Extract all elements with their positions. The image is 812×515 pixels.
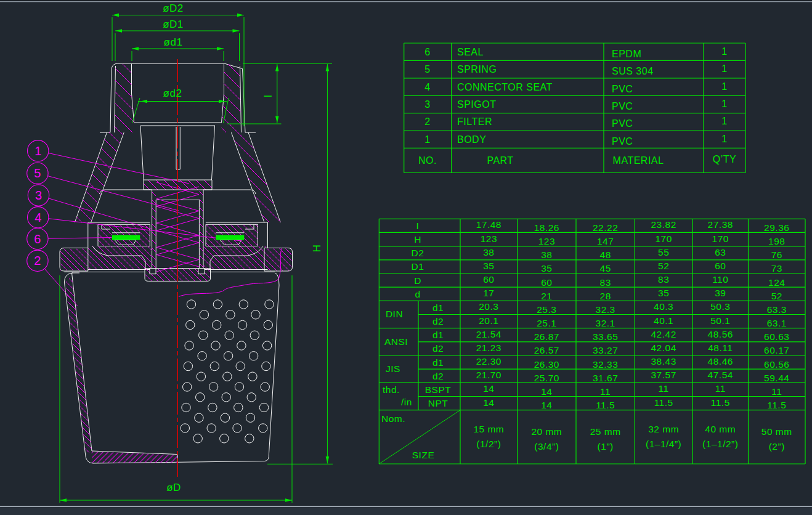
svg-text:48.46: 48.46: [708, 356, 733, 367]
svg-text:CONNECTOR SEAT: CONNECTOR SEAT: [457, 82, 553, 92]
svg-text:21.54: 21.54: [476, 329, 501, 339]
svg-text:2: 2: [34, 254, 41, 267]
svg-text:52: 52: [771, 291, 782, 301]
svg-text:3: 3: [424, 99, 430, 110]
svg-text:83: 83: [600, 277, 611, 288]
svg-text:26.87: 26.87: [534, 331, 559, 342]
svg-text:27.38: 27.38: [708, 219, 733, 230]
svg-text:33.65: 33.65: [593, 331, 618, 342]
svg-text:NPT: NPT: [428, 398, 449, 408]
svg-text:45: 45: [600, 263, 611, 274]
svg-text:SPIGOT: SPIGOT: [457, 99, 496, 110]
svg-text:1: 1: [721, 81, 727, 92]
svg-text:23.82: 23.82: [651, 219, 676, 230]
svg-text:BSPT: BSPT: [425, 384, 452, 395]
svg-text:JIS: JIS: [386, 363, 400, 374]
svg-text:ød2: ød2: [163, 87, 182, 99]
svg-text:20 mm: 20 mm: [531, 426, 562, 437]
svg-text:31.67: 31.67: [593, 373, 618, 383]
svg-text:d1: d1: [432, 330, 444, 340]
svg-text:PVC: PVC: [612, 101, 633, 112]
svg-text:(3/4”): (3/4”): [534, 441, 559, 452]
svg-text:11: 11: [659, 383, 669, 394]
svg-text:63: 63: [715, 247, 726, 258]
svg-text:øD: øD: [166, 482, 181, 493]
svg-text:11: 11: [715, 383, 726, 394]
svg-text:83: 83: [658, 274, 669, 285]
svg-text:18.26: 18.26: [534, 222, 559, 233]
svg-text:MATERIAL: MATERIAL: [613, 155, 664, 166]
svg-text:55: 55: [658, 247, 669, 258]
svg-text:DIN: DIN: [386, 309, 403, 319]
svg-text:15 mm: 15 mm: [473, 424, 504, 434]
svg-text:124: 124: [768, 277, 785, 288]
svg-text:d2: d2: [432, 371, 444, 381]
svg-text:SPRING: SPRING: [457, 64, 497, 75]
svg-text:PVC: PVC: [612, 84, 633, 94]
svg-text:14: 14: [541, 386, 552, 397]
svg-text:øD1: øD1: [163, 18, 184, 30]
svg-text:EPDM: EPDM: [612, 49, 641, 59]
svg-text:NO.: NO.: [418, 155, 437, 166]
svg-text:21.70: 21.70: [476, 370, 501, 380]
svg-text:14: 14: [483, 397, 494, 408]
svg-text:26.57: 26.57: [534, 345, 559, 355]
svg-text:1: 1: [721, 99, 727, 109]
svg-text:47.54: 47.54: [708, 370, 733, 380]
svg-text:40.1: 40.1: [654, 315, 673, 326]
svg-text:25.70: 25.70: [534, 373, 559, 383]
svg-text:4: 4: [35, 211, 41, 224]
svg-text:39: 39: [715, 288, 726, 298]
svg-text:35: 35: [541, 263, 552, 274]
svg-text:42.42: 42.42: [651, 329, 676, 339]
svg-text:26.30: 26.30: [534, 359, 559, 370]
svg-text:SIZE: SIZE: [412, 450, 434, 460]
svg-text:thd.: thd.: [383, 384, 400, 395]
svg-text:BODY: BODY: [457, 134, 486, 145]
svg-text:63.1: 63.1: [767, 318, 787, 328]
svg-text:11.5: 11.5: [767, 400, 786, 410]
svg-text:3: 3: [35, 189, 42, 202]
svg-text:SEAL: SEAL: [457, 47, 484, 57]
svg-text:32 mm: 32 mm: [648, 424, 679, 434]
svg-text:52: 52: [658, 261, 669, 271]
svg-text:ød1: ød1: [164, 36, 183, 48]
svg-text:29.36: 29.36: [764, 222, 789, 233]
svg-text:170: 170: [655, 233, 672, 244]
svg-text:H: H: [414, 234, 421, 245]
svg-text:/in: /in: [401, 397, 412, 407]
svg-text:63.3: 63.3: [767, 304, 787, 315]
svg-text:123: 123: [538, 236, 555, 246]
svg-text:11: 11: [771, 386, 782, 397]
svg-text:11.5: 11.5: [596, 400, 615, 410]
svg-text:42.04: 42.04: [651, 343, 676, 353]
svg-text:1: 1: [721, 63, 727, 74]
svg-text:60: 60: [541, 277, 552, 288]
svg-text:60: 60: [715, 261, 726, 271]
svg-text:48.56: 48.56: [708, 329, 733, 339]
svg-text:d1: d1: [432, 357, 444, 368]
svg-text:76: 76: [771, 249, 782, 260]
svg-text:1: 1: [721, 116, 727, 126]
svg-text:d2: d2: [432, 316, 444, 326]
svg-text:6: 6: [34, 232, 41, 246]
svg-text:D2: D2: [412, 248, 424, 258]
svg-text:FILTER: FILTER: [457, 116, 492, 127]
svg-text:1: 1: [35, 144, 41, 158]
svg-text:32.1: 32.1: [596, 318, 615, 328]
svg-text:5: 5: [34, 166, 41, 180]
svg-text:(1”): (1”): [598, 441, 614, 452]
svg-text:Nom.: Nom.: [381, 413, 405, 424]
svg-text:D1: D1: [412, 261, 424, 272]
svg-text:25.3: 25.3: [537, 304, 556, 315]
svg-text:17: 17: [483, 288, 494, 298]
svg-text:øD2: øD2: [163, 2, 184, 14]
svg-text:4: 4: [424, 82, 430, 92]
svg-text:60: 60: [483, 274, 494, 285]
svg-text:H: H: [311, 245, 323, 253]
svg-text:60.17: 60.17: [764, 345, 789, 355]
svg-text:50 mm: 50 mm: [761, 426, 792, 437]
svg-text:17.48: 17.48: [476, 219, 501, 230]
svg-text:37.57: 37.57: [651, 370, 676, 380]
svg-text:1: 1: [721, 46, 727, 57]
